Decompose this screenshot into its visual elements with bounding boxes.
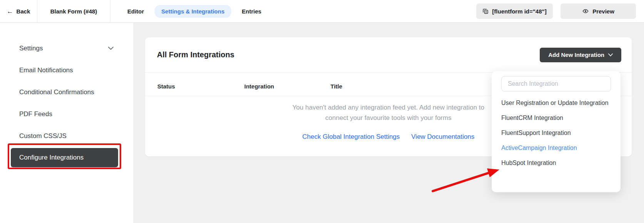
search-integration-input[interactable] xyxy=(501,76,611,92)
preview-button[interactable]: Preview xyxy=(561,3,636,19)
form-title: Blank Form (#48) xyxy=(37,0,110,22)
sidebar-item-pdf-feeds[interactable]: PDF Feeds xyxy=(0,103,133,125)
sidebar-item-label: Conditional Confirmations xyxy=(19,88,94,96)
chevron-down-icon xyxy=(608,53,613,57)
sidebar-item-label: Configure Integrations xyxy=(19,154,83,161)
dropdown-item-user-registration[interactable]: User Registration or Update Integration xyxy=(501,95,611,110)
eye-icon xyxy=(582,8,589,14)
tab-editor[interactable]: Editor xyxy=(127,5,145,18)
sidebar-item-conditional-confirmations[interactable]: Conditional Confirmations xyxy=(0,81,133,103)
dropdown-item-activecampaign[interactable]: ActiveCampaign Integration xyxy=(501,140,611,155)
sidebar-item-label: Settings xyxy=(19,45,43,52)
page-title: All Form Integrations xyxy=(157,50,234,59)
view-documentations-link[interactable]: View Documentations xyxy=(411,133,474,141)
sidebar-item-label: PDF Feeds xyxy=(19,110,52,118)
dropdown-item-hubspot[interactable]: HubSpot Integration xyxy=(501,155,611,170)
sidebar-item-label: Custom CSS/JS xyxy=(19,132,67,140)
sidebar-item-configure-integrations[interactable]: Configure Integrations xyxy=(11,148,118,167)
chevron-down-icon xyxy=(108,47,113,50)
preview-label: Preview xyxy=(592,8,614,15)
shortcode-label: [fluentform id="48"] xyxy=(492,8,546,15)
column-header-integration: Integration xyxy=(244,83,330,90)
sidebar-item-email-notifications[interactable]: Email Notifications xyxy=(0,59,133,81)
back-arrow-icon: ← xyxy=(7,8,13,15)
sidebar-item-label: Email Notifications xyxy=(19,67,73,74)
check-global-integration-settings-link[interactable]: Check Global Integration Settings xyxy=(302,133,400,141)
dropdown-item-fluentsupport[interactable]: FluentSupport Integration xyxy=(501,125,611,140)
shortcode-copy-button[interactable]: [fluentform id="48"] xyxy=(476,3,553,19)
tab-settings-integrations[interactable]: Settings & Integrations xyxy=(155,5,231,18)
integration-options-list: User Registration or Update Integration … xyxy=(501,95,611,170)
add-new-integration-button[interactable]: Add New Integration xyxy=(540,48,621,62)
column-header-status: Status xyxy=(157,83,244,90)
tab-bar: Editor Settings & Integrations Entries xyxy=(127,0,262,22)
sidebar-item-settings[interactable]: Settings xyxy=(0,37,133,59)
top-header-bar: ← Back Blank Form (#48) Editor Settings … xyxy=(0,0,644,23)
sidebar-item-custom-css-js[interactable]: Custom CSS/JS xyxy=(0,125,133,147)
card-header: All Form Integrations Add New Integratio… xyxy=(145,37,632,73)
sidebar-menu: Settings Email Notifications Conditional… xyxy=(0,23,133,167)
add-integration-dropdown: User Registration or Update Integration … xyxy=(492,71,621,192)
main-content: All Form Integrations Add New Integratio… xyxy=(134,23,644,223)
back-button-label: Back xyxy=(17,8,30,15)
back-button[interactable]: ← Back xyxy=(0,0,37,22)
topbar-actions: [fluentform id="48"] Preview xyxy=(476,0,636,22)
add-new-integration-label: Add New Integration xyxy=(548,52,604,58)
tab-entries[interactable]: Entries xyxy=(241,5,262,18)
settings-sidebar: Settings Email Notifications Conditional… xyxy=(0,23,134,223)
dropdown-item-fluentcrm[interactable]: FluentCRM Integration xyxy=(501,110,611,125)
copy-icon xyxy=(482,8,489,14)
